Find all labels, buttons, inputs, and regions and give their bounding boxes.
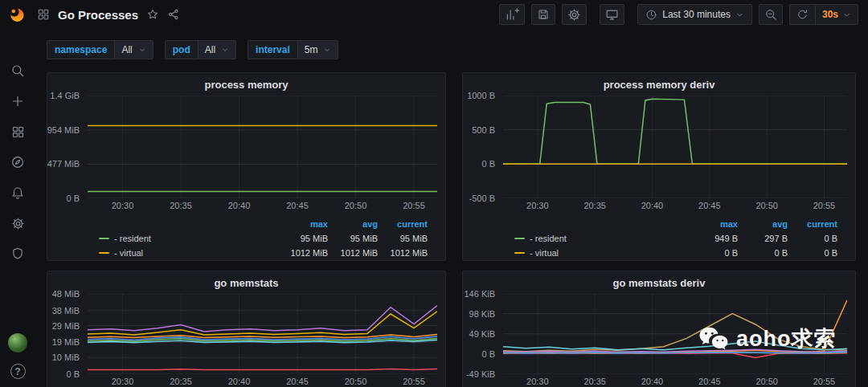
variable-value: All [121,44,132,55]
legend-column-header[interactable]: max [664,217,738,231]
x-axis-label: 20:45 [698,377,721,386]
x-axis-label: 20:50 [345,201,367,210]
legend-column-header[interactable]: current [788,217,837,231]
panel-go-memstats: go memstats 0 B10 MiB19 MiB29 MiB38 MiB4… [47,271,446,387]
legend-value: 1012 MiB [378,246,428,260]
y-axis-label: 1000 B [467,91,495,100]
refresh-button[interactable] [789,4,815,25]
zoom-out-button[interactable] [759,4,783,25]
gear-icon [567,8,581,22]
refresh-icon [796,9,809,21]
server-admin-shield-icon[interactable] [10,246,26,262]
legend-column-header[interactable]: current [378,217,428,231]
monitor-icon [605,8,619,22]
legend-series-name[interactable]: - resident [96,231,254,246]
x-axis-label: 20:55 [813,201,836,210]
add-panel-button[interactable] [499,4,525,25]
dashboard-settings-button[interactable] [562,4,587,25]
legend-series-name[interactable]: - virtual [511,246,664,260]
x-axis-label: 20:45 [698,201,721,210]
add-panel-icon [505,7,519,22]
user-avatar[interactable] [8,333,27,352]
variable-value-dropdown[interactable]: All [198,40,236,59]
x-axis-label: 20:35 [170,201,192,210]
chart-process-memory-deriv: -500 B0 B500 B1000 B 20:3020:3520:4020:4… [463,96,855,260]
panel-title[interactable]: go memstats deriv [463,271,855,294]
y-axis: -500 B0 B500 B1000 B [463,96,500,198]
zoom-out-icon [764,8,777,21]
chevron-down-icon [735,10,744,19]
x-axis-label: 20:45 [286,201,309,210]
x-axis: 20:3020:3520:4020:4520:5020:55 [88,377,437,387]
panel-title[interactable]: process memory [47,73,445,96]
legend-value: 297 B [738,231,788,246]
configuration-gear-icon[interactable] [10,215,26,231]
variable-value-dropdown[interactable]: 5m [297,40,339,59]
x-axis-label: 20:30 [526,201,549,210]
time-range-picker[interactable]: Last 30 minutes [637,4,752,25]
x-axis-label: 20:55 [813,377,836,386]
x-axis-label: 20:30 [112,377,134,386]
legend-column-header[interactable]: max [254,217,328,231]
chevron-down-icon [842,10,851,19]
series-line [503,353,847,358]
search-icon[interactable] [10,63,26,79]
refresh-interval-label: 30s [822,9,838,20]
create-plus-icon[interactable] [10,93,26,109]
grafana-logo[interactable] [8,6,26,23]
variable-value-dropdown[interactable]: All [114,40,153,59]
y-axis-label: 29 MiB [52,321,80,331]
plot-area[interactable] [88,96,437,198]
legend-column-header[interactable]: avg [328,217,378,231]
legend-series-name[interactable]: - resident [511,231,664,246]
x-axis-label: 20:40 [228,201,251,210]
cycle-view-mode-button[interactable] [600,4,624,25]
alerting-bell-icon[interactable] [10,185,26,201]
panel-process-memory-deriv: process memory deriv -500 B0 B500 B1000 … [462,72,856,261]
x-axis-label: 20:40 [641,201,664,210]
explore-compass-icon[interactable] [10,154,26,170]
x-axis-label: 20:55 [403,201,425,210]
variable-label: pod [165,40,198,59]
y-axis-label: 48 MiB [52,289,80,299]
y-axis: -49 KiB0 B49 KiB98 KiB146 KiB [463,294,500,374]
y-axis-label: 954 MiB [47,125,80,135]
variable-label: interval [248,40,297,59]
time-range-label: Last 30 minutes [662,9,731,20]
star-icon[interactable] [146,8,159,21]
y-axis-label: 0 B [481,159,495,169]
y-axis-label: -49 KiB [466,369,495,379]
share-icon[interactable] [167,8,180,21]
x-axis: 20:3020:3520:4020:4520:5020:55 [503,377,847,387]
refresh-picker: 30s [789,4,858,25]
grafana-dashboard: Go Processes [0,0,868,387]
plot-area[interactable] [503,96,847,198]
dashboard-title[interactable]: Go Processes [58,8,138,22]
x-axis-label: 20:40 [228,377,251,386]
variable-label: namespace [47,40,114,59]
y-axis-label: 49 KiB [469,329,495,339]
legend-series-name[interactable]: - virtual [96,246,254,260]
legend-value: 95 MiB [378,231,428,246]
refresh-interval-dropdown[interactable]: 30s [815,4,858,25]
y-axis-label: 1.4 GiB [50,91,80,100]
series-line [88,312,437,335]
dashboard-grid-icon[interactable] [37,8,50,21]
legend-column-header[interactable]: avg [738,217,788,231]
y-axis-label: 19 MiB [52,337,80,347]
help-icon[interactable]: ? [10,364,26,379]
plot-area[interactable] [88,294,437,374]
panel-title[interactable]: process memory deriv [463,73,855,96]
series-color-dash [514,252,525,254]
legend-value: 0 B [664,246,738,260]
save-dashboard-button[interactable] [531,4,555,25]
y-axis-label: 500 B [472,125,495,135]
x-axis-label: 20:55 [403,377,425,386]
panel-process-memory: process memory 0 B477 MiB954 MiB1.4 GiB … [47,72,446,261]
panel-title[interactable]: go memstats [47,271,445,294]
x-axis: 20:3020:3520:4020:4520:5020:55 [88,201,437,213]
x-axis-label: 20:45 [286,377,309,386]
y-axis-label: 0 B [66,369,80,379]
dashboards-icon[interactable] [10,124,26,140]
y-axis: 0 B477 MiB954 MiB1.4 GiB [47,96,84,198]
